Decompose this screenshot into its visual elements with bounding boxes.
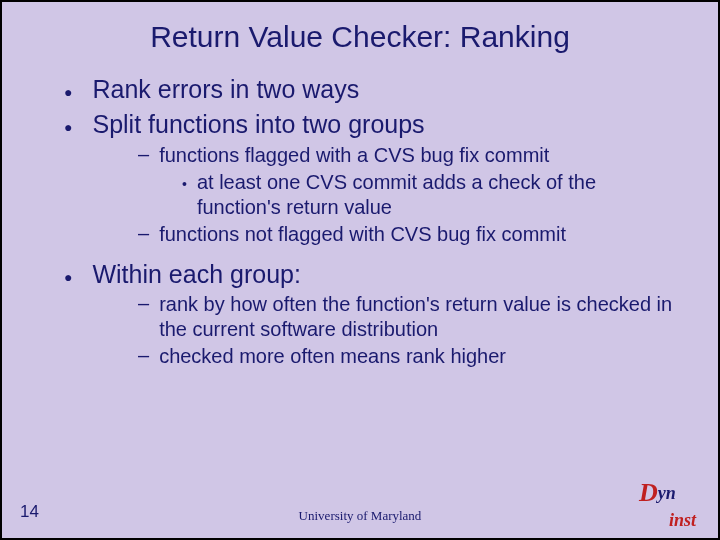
footer-org: University of Maryland bbox=[2, 508, 718, 524]
bullet-level2: – checked more often means rank higher bbox=[138, 344, 678, 369]
dash-icon: – bbox=[138, 292, 149, 315]
bullet-level2: – functions not flagged with CVS bug fix… bbox=[138, 222, 678, 247]
bullet-icon: ● bbox=[64, 269, 72, 285]
bullet-icon: ● bbox=[64, 84, 72, 100]
dash-icon: – bbox=[138, 222, 149, 245]
logo-part-yn: yn bbox=[658, 483, 676, 503]
bullet-level1: ● Split functions into two groups bbox=[64, 109, 678, 140]
bullet-level3: • at least one CVS commit adds a check o… bbox=[182, 170, 678, 220]
bullet-level1: ● Rank errors in two ways bbox=[64, 74, 678, 105]
logo-part-inst: inst bbox=[669, 510, 696, 530]
dyninst-logo: Dyn inst bbox=[639, 480, 696, 526]
bullet-text: Rank errors in two ways bbox=[92, 74, 678, 105]
slide-content: ● Rank errors in two ways ● Split functi… bbox=[2, 62, 718, 369]
bullet-text: at least one CVS commit adds a check of … bbox=[197, 170, 678, 220]
dash-icon: – bbox=[138, 344, 149, 367]
dot-icon: • bbox=[182, 176, 187, 192]
bullet-text: rank by how often the function's return … bbox=[159, 292, 678, 342]
bullet-icon: ● bbox=[64, 119, 72, 135]
bullet-level2: – rank by how often the function's retur… bbox=[138, 292, 678, 342]
bullet-text: functions flagged with a CVS bug fix com… bbox=[159, 143, 678, 168]
dash-icon: – bbox=[138, 143, 149, 166]
bullet-text: functions not flagged with CVS bug fix c… bbox=[159, 222, 678, 247]
bullet-text: Split functions into two groups bbox=[92, 109, 678, 140]
bullet-level2: – functions flagged with a CVS bug fix c… bbox=[138, 143, 678, 168]
logo-part-d: D bbox=[639, 478, 658, 507]
spacer bbox=[42, 249, 678, 255]
slide-title: Return Value Checker: Ranking bbox=[2, 2, 718, 62]
slide: Return Value Checker: Ranking ● Rank err… bbox=[0, 0, 720, 540]
bullet-text: checked more often means rank higher bbox=[159, 344, 678, 369]
bullet-text: Within each group: bbox=[92, 259, 678, 290]
bullet-level1: ● Within each group: bbox=[64, 259, 678, 290]
